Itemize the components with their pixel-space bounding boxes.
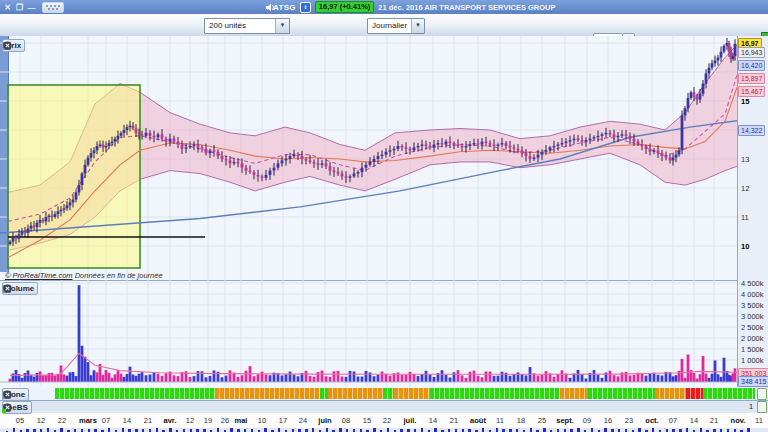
zone-segment-red	[686, 388, 703, 399]
time-axis-day-label: 11	[755, 416, 763, 425]
zone-segment-orange	[215, 388, 320, 399]
volume-tick-label: 2 000k	[741, 334, 764, 343]
time-axis-day-label: 24	[299, 416, 307, 425]
zone-segment-orange	[328, 388, 383, 399]
zone-segment-green	[55, 388, 215, 399]
time-axis-day-label: 15	[363, 416, 371, 425]
time-axis[interactable]: 051222mars071421avr.121926mai101724juin0…	[0, 413, 768, 429]
collapsed-strip-tick	[557, 429, 559, 432]
timeframe-dropdown[interactable]: Journalier ▼	[367, 18, 425, 34]
symbol-label: ATSG	[273, 3, 296, 12]
time-axis-month-label: sept.	[556, 416, 574, 425]
collapsed-strip-tick	[326, 428, 328, 432]
collapsed-strip-tick	[591, 428, 593, 432]
collapsed-panel-strip	[0, 428, 768, 432]
application-window: ✕ ❐ — ▾ ATSG i 16,97 (+0.41%) 21 déc. 20…	[0, 0, 768, 432]
price-tick-label: 10	[741, 242, 749, 251]
time-axis-month-label: mai	[235, 416, 248, 425]
collapsed-strip-tick	[292, 429, 294, 432]
info-icon[interactable]: i	[300, 2, 311, 13]
collapsed-strip-tick	[530, 428, 532, 432]
price-chart-canvas[interactable]	[0, 36, 737, 280]
zone-segment-green	[320, 388, 328, 399]
time-axis-day-label: 14	[690, 416, 698, 425]
time-axis-day-label: 19	[204, 416, 212, 425]
volume-axis-badge: 348 415	[738, 376, 768, 387]
maximize-window-icon[interactable]: ❐	[15, 3, 24, 12]
price-tick-label: 15	[741, 97, 749, 106]
collapsed-strip-tick	[468, 429, 470, 432]
selection-zoom-box	[8, 85, 140, 268]
price-tick-label: 11	[741, 213, 749, 222]
zone-segment-orange	[394, 388, 430, 399]
close-panel-icon[interactable]	[3, 284, 12, 293]
collapsed-strip-tick	[604, 428, 606, 432]
collapsed-strip-tick	[74, 429, 76, 432]
volume-tick-label: 3 000k	[741, 312, 764, 321]
time-axis-day-label: 22	[383, 416, 391, 425]
collapsed-strip-tick	[60, 428, 62, 432]
time-axis-day-label: 07	[669, 416, 677, 425]
speaker-icon[interactable]	[266, 3, 276, 12]
units-dropdown-arrow-icon[interactable]: ▼	[275, 19, 289, 33]
volume-tick-label: 1 000k	[741, 356, 764, 365]
collapsed-strip-tick	[251, 429, 253, 432]
minimize-window-icon[interactable]: —	[27, 3, 36, 12]
time-axis-day-label: 14	[429, 416, 437, 425]
zone-segment-orange	[655, 388, 686, 399]
close-panel-icon[interactable]	[3, 390, 12, 399]
collapsed-strip-tick	[686, 428, 688, 432]
last-price-badge: 16,97 (+0.41%)	[315, 1, 375, 13]
collapsed-strip-tick	[230, 428, 232, 432]
time-axis-day-label: 14	[123, 416, 131, 425]
collapsed-strip-tick	[652, 428, 654, 432]
chart-toolbar: 200 unités ▼ Journalier ▼ ▼	[0, 14, 768, 37]
collapsed-strip-tick	[747, 428, 749, 432]
keyboard-icon[interactable]	[42, 2, 64, 13]
price-axis-badge: 14,322	[738, 125, 765, 136]
collapsed-strip-tick	[278, 428, 280, 432]
collapsed-strip-tick	[217, 428, 219, 432]
time-axis-day-label: 11	[496, 416, 504, 425]
zone-segment-green	[383, 388, 394, 399]
time-axis-day-label: 18	[517, 416, 525, 425]
close-window-icon[interactable]: ✕	[3, 3, 12, 12]
gebs-row-corner-icon[interactable]	[757, 401, 767, 413]
collapsed-strip-tick	[373, 428, 375, 432]
time-axis-day-label: 07	[102, 416, 110, 425]
time-axis-day-label: 09	[583, 416, 591, 425]
time-axis-day-label: 22	[58, 416, 66, 425]
time-axis-day-label: 25	[538, 416, 546, 425]
collapsed-strip-tick	[734, 429, 736, 432]
collapsed-strip-tick	[339, 428, 341, 432]
collapsed-strip-tick	[516, 429, 518, 432]
time-axis-day-label: 23	[625, 416, 633, 425]
zone-row-corner-icon[interactable]	[757, 388, 767, 400]
zone-segment-orange	[560, 388, 588, 399]
close-panel-icon[interactable]	[3, 41, 12, 50]
units-dropdown[interactable]: 200 unités ▼	[204, 18, 290, 34]
window-title: 21 déc. 2016 AIR TRANSPORT SERVICES GROU…	[378, 3, 555, 12]
gebs-panel-header: GeBS	[2, 401, 32, 414]
volume-chart-canvas[interactable]	[0, 280, 737, 387]
collapsed-strip-tick	[713, 429, 715, 432]
time-axis-day-label: 08	[342, 416, 350, 425]
collapsed-strip-tick	[13, 428, 15, 432]
collapsed-strip-tick	[543, 428, 545, 432]
time-axis-month-label: août	[470, 416, 486, 425]
volume-bars	[9, 285, 737, 382]
time-axis-day-label: 16	[604, 416, 612, 425]
time-axis-day-label: 17	[279, 416, 287, 425]
collapsed-strip-tick	[122, 428, 124, 432]
time-axis-month-label: avr.	[164, 416, 177, 425]
gebs-axis-value: 1	[749, 402, 753, 411]
collapsed-strip-tick	[482, 428, 484, 432]
collapsed-strip-tick	[183, 429, 185, 432]
time-axis-day-label: 05	[16, 416, 24, 425]
collapsed-strip-tick	[496, 428, 498, 432]
timeframe-dropdown-arrow-icon[interactable]: ▼	[411, 19, 424, 33]
watermark: © ProRealTime.com Données en fin de jour…	[5, 271, 163, 280]
gebs-marker	[2, 409, 6, 413]
price-axis-badge: 16,420	[738, 60, 765, 71]
watermark-link[interactable]: © ProRealTime.com	[5, 271, 73, 280]
